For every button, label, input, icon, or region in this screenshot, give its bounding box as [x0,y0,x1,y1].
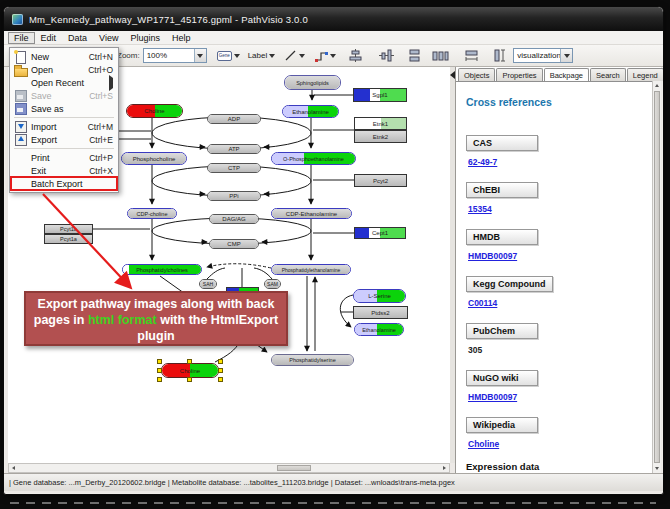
file-menu-item-export[interactable]: ExportCtrl+E [11,133,117,146]
node-label: ADP [204,115,264,123]
crossref-link[interactable]: HMDB00097 [468,251,642,261]
zoom-dropdown-icon[interactable] [194,49,206,62]
common-width-button[interactable] [463,47,480,65]
node-sah[interactable]: SAH [199,279,217,289]
crossref-link[interactable]: C00114 [468,298,642,308]
label-node-button[interactable]: Label [246,47,278,65]
connector-tool-button[interactable] [312,47,338,65]
node-label: Choline [158,364,222,377]
selection-handle[interactable] [218,377,223,382]
visualization-dropdown-icon[interactable] [560,49,572,62]
tab-backpage[interactable]: Backpage [544,68,589,82]
node-phosphatidylserine[interactable]: Phosphatidylserine [271,354,354,366]
stack-horizontal-button[interactable] [430,47,451,65]
menu-edit[interactable]: Edit [35,32,63,44]
node-label: Phosphatidylethanolamine [268,265,354,274]
file-menu-item-open-recent[interactable]: Open Recent [11,76,117,89]
align-vertical-center-button[interactable] [377,47,396,65]
node-adp[interactable]: ADP [207,114,261,124]
node-pcyt2[interactable]: Pcyt2 [354,174,407,187]
crossref-link[interactable]: HMDB00097 [468,392,642,402]
selection-handle[interactable] [187,359,192,364]
file-menu: NewCtrl+NOpenCtrl+OOpen RecentSaveCtrl+S… [9,47,119,193]
node-cdp-choline[interactable]: CDP-choline [127,208,177,219]
node-cept1[interactable]: Cept1 [354,227,406,239]
canvas-scrollbar-thumb[interactable] [277,465,311,471]
menu-item-label: Import [31,122,82,132]
file-menu-item-save[interactable]: SaveCtrl+S [11,89,117,102]
selection-handle[interactable] [218,368,223,373]
tab-search[interactable]: Search [590,68,626,81]
node-cmp[interactable]: CMP [209,239,259,249]
menu-item-label: Print [31,153,83,163]
node-sphingolipids[interactable]: Sphingolipids [284,75,341,90]
file-menu-item-exit[interactable]: ExitCtrl+X [11,164,117,177]
node-ptdss2[interactable]: Ptdss2 [353,306,408,319]
node-ethanolamine-bottom[interactable]: Ethanolamine [354,323,404,336]
crossref-link[interactable]: 15354 [468,204,642,214]
selection-handle[interactable] [218,359,223,364]
line-tool-button[interactable] [282,47,307,65]
node-choline-top[interactable]: Choline [126,104,183,118]
common-width-icon [465,49,478,62]
cross-references-list: CAS62-49-7ChEBI15354HMDBHMDB00097Kegg Co… [466,132,642,449]
node-choline-selected[interactable]: Choline [161,363,219,378]
node-phosphatidylcholines[interactable]: Phosphatidylcholines [122,264,202,275]
node-cdp-ethanolamine[interactable]: CDP-Ethanolamine [271,208,352,219]
file-menu-item-new[interactable]: NewCtrl+N [11,50,117,63]
zoom-combobox[interactable]: 100% [143,48,207,63]
panel-scrollbar-thumb[interactable] [654,91,660,463]
crossref-link[interactable]: 62-49-7 [468,157,642,167]
selection-handle[interactable] [157,377,162,382]
file-menu-item-batch-export[interactable]: Batch Export [11,177,117,190]
node-pcyt1b[interactable]: Pcyt1b [44,224,93,234]
node-ppi[interactable]: PPi [207,191,261,201]
selection-handle[interactable] [187,377,192,382]
node-label: PPi [204,192,264,200]
file-menu-item-save-as[interactable]: Save as [11,102,117,115]
node-sgpl1[interactable]: Sgpl1 [353,88,407,102]
node-phosphocholine[interactable]: Phosphocholine [121,152,187,165]
menu-item-shortcut: Ctrl+M [88,122,113,132]
crossref-link[interactable]: Choline [468,439,642,449]
file-menu-item-open[interactable]: OpenCtrl+O [11,63,117,76]
tab-properties[interactable]: Properties [496,68,542,81]
node-etnk1[interactable]: Etnk1 [354,117,407,130]
node-phosphatidylethanolamine[interactable]: Phosphatidylethanolamine [271,264,351,275]
gene-node-button[interactable]: Gene [215,47,242,65]
panel-scrollbar[interactable] [652,81,661,473]
node-ctp[interactable]: CTP [207,163,261,173]
scroll-up-icon[interactable] [653,81,661,90]
titlebar[interactable]: Mm_Kennedy_pathway_WP1771_45176.gpml - P… [4,7,663,31]
menu-file[interactable]: File [8,32,35,44]
menu-help[interactable]: Help [166,32,197,44]
node-atp[interactable]: ATP [207,144,261,154]
selection-handle[interactable] [157,368,162,373]
visualization-combobox[interactable]: visualization [513,48,573,63]
crossref-section-wikipedia: WikipediaCholine [466,414,642,449]
node-l-serine[interactable]: L-Serine [353,289,406,303]
selection-handle[interactable] [157,359,162,364]
app-icon [12,14,23,25]
node-pcyt1a[interactable]: Pcyt1a [44,234,93,244]
file-menu-item-print[interactable]: PrintCtrl+P [11,151,117,164]
common-height-button[interactable] [491,47,508,65]
node-ethanolamine-top[interactable]: Ethanolamine [282,105,339,118]
menu-data[interactable]: Data [62,32,93,44]
window-title: Mm_Kennedy_pathway_WP1771_45176.gpml - P… [29,14,308,25]
node-sam[interactable]: SAM [264,279,281,289]
menu-view[interactable]: View [93,32,124,44]
node-etnk2[interactable]: Etnk2 [354,130,407,143]
stack-vertical-button[interactable] [405,47,424,65]
node-o-phosphoethanolamine[interactable]: O-Phosphoethanolamine [271,152,356,165]
file-menu-item-import[interactable]: ImportCtrl+M [11,120,117,133]
tab-objects[interactable]: Objects [458,68,495,81]
align-horizontal-center-button[interactable] [346,47,365,65]
menu-plugins[interactable]: Plugins [124,32,166,44]
node-dag-ag[interactable]: DAG/AG [209,214,259,224]
scroll-down-icon[interactable] [653,464,661,473]
scroll-right-icon[interactable] [440,464,449,472]
canvas-horizontal-scrollbar[interactable] [8,463,450,473]
scroll-left-icon[interactable] [9,464,18,472]
tab-legend[interactable]: Legend [627,68,664,81]
